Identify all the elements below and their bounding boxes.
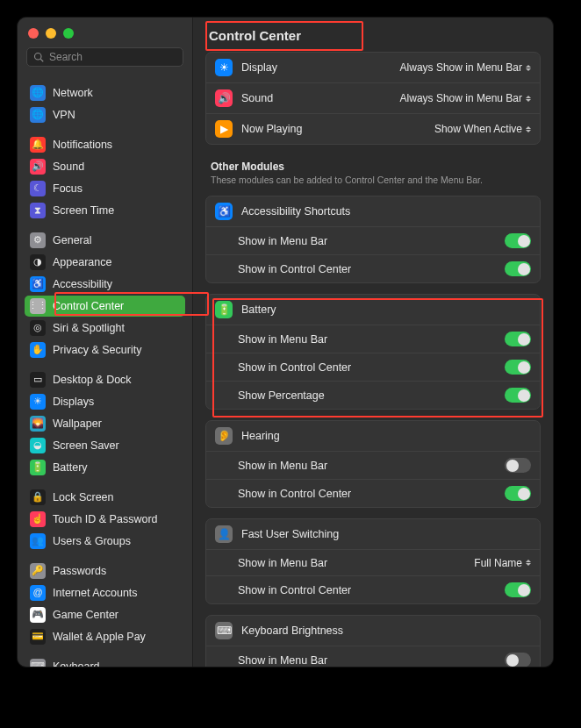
search-icon (33, 52, 44, 62)
appearance-icon: ◑ (30, 254, 46, 270)
module-panel-keyboard-brightness: ⌨Keyboard BrightnessShow in Menu BarShow… (205, 615, 541, 667)
sidebar-item-control-center[interactable]: ⋮⋮Control Center (25, 296, 185, 317)
sidebar-item-label: Displays (53, 396, 94, 409)
module-label: Accessibility Shortcuts (241, 205, 531, 218)
setting-label: Show Percentage (215, 389, 496, 402)
sidebar-item-label: Appearance (53, 256, 111, 269)
sidebar: Search 🌐Network🌐VPN🔔Notifications🔊Sound☾… (18, 18, 193, 667)
sidebar-item-internet-accounts[interactable]: @Internet Accounts (25, 582, 185, 603)
chevron-updown-icon (526, 560, 531, 566)
module-panel-hearing: 👂HearingShow in Menu BarShow in Control … (205, 420, 541, 508)
search-input[interactable]: Search (26, 47, 183, 67)
sidebar-item-label: Battery (53, 461, 88, 475)
toggle-switch[interactable] (505, 388, 531, 403)
module-label: Keyboard Brightness (241, 625, 531, 637)
module-visibility-select[interactable]: Always Show in Menu Bar (400, 61, 531, 74)
toggle-switch[interactable] (505, 458, 531, 473)
sidebar-item-label: Game Center (53, 609, 118, 622)
setting-row: Show in Menu Bar (206, 451, 540, 479)
screen-saver-icon: ◒ (30, 438, 46, 453)
sidebar-item-desktop-dock[interactable]: ▭Desktop & Dock (25, 369, 185, 390)
setting-row: Show Percentage (206, 381, 540, 409)
fast-user-switching-icon: 👤 (215, 525, 233, 543)
sidebar-item-general[interactable]: ⚙General (25, 230, 185, 251)
setting-label: Show in Menu Bar (215, 460, 496, 472)
sidebar-item-label: Wallpaper (53, 418, 102, 431)
sidebar-item-keyboard[interactable]: ⌨Keyboard (25, 656, 185, 667)
sidebar-item-appearance[interactable]: ◑Appearance (25, 252, 185, 273)
sidebar-item-battery[interactable]: 🔋Battery (25, 457, 185, 478)
notifications-icon: 🔔 (30, 137, 46, 153)
main-content: Control Center ☀DisplayAlways Show in Me… (193, 18, 553, 667)
keyboard-icon: ⌨ (30, 659, 46, 667)
select-value: Full Name (474, 557, 522, 569)
focus-icon: ☾ (30, 181, 46, 196)
sidebar-item-screen-time[interactable]: ⧗Screen Time (25, 200, 185, 221)
sidebar-item-screen-saver[interactable]: ◒Screen Saver (25, 435, 185, 456)
sidebar-item-network[interactable]: 🌐Network (25, 82, 185, 103)
toggle-switch[interactable] (505, 261, 531, 276)
sound-icon: 🔊 (30, 159, 46, 175)
page-title: Control Center (193, 18, 553, 52)
sidebar-item-passwords[interactable]: 🔑Passwords (25, 560, 185, 582)
setting-label: Show in Control Center (215, 488, 496, 500)
svg-line-1 (40, 59, 43, 61)
sound-icon: 🔊 (215, 89, 233, 107)
module-label: Hearing (241, 430, 531, 442)
sidebar-item-accessibility[interactable]: ♿Accessibility (25, 274, 185, 295)
toggle-switch[interactable] (505, 360, 531, 375)
sidebar-item-label: Focus (53, 182, 82, 196)
sidebar-item-label: VPN (53, 109, 75, 122)
sidebar-nav: 🌐Network🌐VPN🔔Notifications🔊Sound☾Focus⧗S… (18, 74, 192, 667)
hearing-icon: 👂 (215, 427, 233, 445)
close-icon[interactable] (28, 28, 39, 39)
sidebar-item-label: General (53, 234, 91, 247)
toggle-switch[interactable] (505, 332, 531, 346)
select-value: Always Show in Menu Bar (400, 61, 522, 74)
setting-select[interactable]: Full Name (474, 557, 531, 569)
sidebar-item-label: Control Center (53, 300, 124, 313)
setting-row: Show in Menu Bar (206, 646, 540, 667)
setting-label: Show in Menu Bar (215, 333, 496, 346)
sidebar-item-game-center[interactable]: 🎮Game Center (25, 604, 185, 625)
displays-icon: ☀ (30, 394, 46, 410)
toggle-switch[interactable] (505, 486, 531, 501)
sidebar-item-users-groups[interactable]: 👥Users & Groups (25, 531, 185, 552)
setting-label: Show in Menu Bar (215, 557, 465, 569)
passwords-icon: 🔑 (30, 563, 46, 579)
chevron-updown-icon (526, 126, 531, 132)
sidebar-item-privacy-security[interactable]: ✋Privacy & Security (25, 339, 185, 360)
svg-point-0 (35, 54, 42, 61)
module-visibility-select[interactable]: Show When Active (434, 123, 531, 135)
toggle-switch[interactable] (505, 582, 531, 597)
module-header: 👂Hearing (206, 421, 540, 451)
sidebar-item-siri-spotlight[interactable]: ◎Siri & Spotlight (25, 318, 185, 339)
siri-spotlight-icon: ◎ (30, 320, 46, 336)
section-subtitle: These modules can be added to Control Ce… (211, 175, 535, 185)
sidebar-item-label: Screen Time (53, 204, 114, 218)
sidebar-item-touch-id-password[interactable]: ☝Touch ID & Password (25, 509, 185, 530)
sidebar-item-vpn[interactable]: 🌐VPN (25, 104, 185, 125)
sidebar-item-label: Lock Screen (53, 491, 113, 504)
sidebar-item-lock-screen[interactable]: 🔒Lock Screen (25, 487, 185, 508)
general-icon: ⚙ (30, 232, 46, 248)
zoom-icon[interactable] (63, 28, 74, 39)
module-row-display: ☀DisplayAlways Show in Menu Bar (206, 53, 540, 82)
sidebar-item-displays[interactable]: ☀Displays (25, 391, 185, 412)
setting-label: Show in Control Center (215, 361, 496, 374)
game-center-icon: 🎮 (30, 607, 46, 623)
sidebar-item-wallet-apple-pay[interactable]: 💳Wallet & Apple Pay (25, 626, 185, 647)
sidebar-item-notifications[interactable]: 🔔Notifications (25, 134, 185, 155)
toggle-switch[interactable] (505, 653, 531, 667)
toggle-switch[interactable] (505, 233, 531, 248)
module-visibility-select[interactable]: Always Show in Menu Bar (400, 92, 531, 104)
sidebar-item-sound[interactable]: 🔊Sound (25, 156, 185, 177)
sidebar-item-label: Internet Accounts (53, 587, 138, 600)
module-label: Now Playing (241, 123, 426, 135)
sidebar-item-focus[interactable]: ☾Focus (25, 178, 185, 199)
setting-label: Show in Menu Bar (215, 654, 496, 667)
setting-label: Show in Menu Bar (215, 235, 496, 247)
users-groups-icon: 👥 (30, 533, 46, 549)
minimize-icon[interactable] (46, 28, 56, 39)
sidebar-item-wallpaper[interactable]: 🌄Wallpaper (25, 413, 185, 434)
